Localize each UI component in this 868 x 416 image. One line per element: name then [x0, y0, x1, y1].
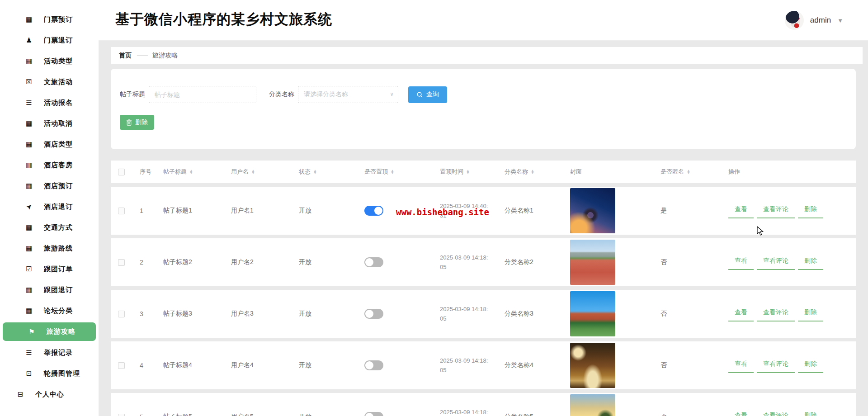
chevron-down-icon: ∨ — [390, 91, 394, 97]
sort-icon[interactable]: ▲▼ — [189, 170, 193, 174]
sidebar-item-label: 轮播图管理 — [44, 369, 80, 378]
sidebar-item-grid[interactable]: ▦活动取消 — [0, 113, 99, 134]
avatar[interactable] — [785, 11, 804, 30]
post-title: 帖子标题1 — [156, 207, 224, 215]
cover-image[interactable] — [570, 394, 615, 416]
delete-button[interactable]: 删除 — [120, 115, 154, 130]
sort-icon[interactable]: ▲▼ — [531, 170, 534, 174]
pinned-toggle[interactable] — [364, 309, 383, 319]
row-index: 1 — [132, 207, 156, 214]
breadcrumb-home-link[interactable]: 首页 — [119, 52, 132, 60]
actions-cell: 查看查看评论删除 — [721, 358, 856, 373]
query-button[interactable]: 查询 — [408, 86, 447, 103]
row-checkbox[interactable] — [118, 259, 125, 266]
sidebar-item-list[interactable]: ☰活动报名 — [0, 92, 99, 113]
view-comments-button[interactable]: 查看评论 — [757, 307, 795, 321]
sidebar-item-grid[interactable]: ▦论坛分类 — [0, 300, 99, 321]
post-title-input[interactable] — [149, 86, 256, 103]
status: 开放 — [292, 361, 357, 369]
cover-image[interactable] — [570, 240, 615, 285]
pin-time-line1: 2025-03-09 14:18: — [440, 407, 497, 416]
sort-icon[interactable]: ▲▼ — [687, 170, 690, 174]
grid-icon: ▦ — [25, 244, 33, 252]
username-label: admin — [810, 16, 831, 25]
sidebar-item-monitor[interactable]: ⊡轮播图管理 — [0, 363, 99, 384]
pin-time-line1: 2025-03-09 14:18: — [440, 356, 497, 365]
pin-time-line1: 2025-03-09 14:18: — [440, 253, 497, 262]
sidebar-item-label: 旅游路线 — [44, 244, 73, 253]
view-button[interactable]: 查看 — [728, 203, 754, 218]
grid-icon: ▦ — [25, 140, 33, 148]
row-checkbox-cell — [111, 311, 132, 317]
column-header-label: 是否置顶 — [364, 168, 388, 176]
sidebar-item-id-card[interactable]: ⊟个人中心 — [0, 384, 99, 405]
row-checkbox[interactable] — [118, 208, 125, 214]
pinned-toggle[interactable] — [364, 257, 383, 267]
delete-row-button[interactable]: 删除 — [798, 203, 823, 218]
delete-row-button[interactable]: 删除 — [798, 358, 823, 373]
select-all-checkbox[interactable] — [118, 169, 125, 175]
view-comments-button[interactable]: 查看评论 — [757, 255, 795, 270]
grid-icon: ▦ — [25, 57, 33, 65]
cover-cell — [563, 188, 653, 233]
sidebar-item-grid[interactable]: ▦门票预订 — [0, 9, 99, 30]
delete-row-button[interactable]: 删除 — [798, 307, 823, 321]
view-comments-button[interactable]: 查看评论 — [757, 358, 795, 373]
watermark: www.bishebang.site — [396, 207, 489, 217]
sidebar-item-label: 门票预订 — [44, 15, 73, 24]
sidebar-item-bed[interactable]: ▥酒店客房 — [0, 155, 99, 175]
sidebar-item-list[interactable]: ☰举报记录 — [0, 342, 99, 363]
query-button-label: 查询 — [426, 90, 439, 99]
row-checkbox-cell — [111, 362, 132, 369]
cover-image[interactable] — [570, 188, 615, 233]
delete-row-button[interactable]: 删除 — [798, 255, 823, 270]
view-button[interactable]: 查看 — [728, 307, 754, 321]
sidebar-item-grid[interactable]: ▦酒店预订 — [0, 175, 99, 196]
sidebar-item-grid[interactable]: ▦酒店类型 — [0, 134, 99, 155]
user-menu[interactable]: admin ▼ — [785, 8, 843, 33]
sidebar-item-user[interactable]: ♟门票退订 — [0, 30, 99, 51]
sort-icon[interactable]: ▲▼ — [313, 170, 317, 174]
anonymous-flag: 否 — [653, 310, 721, 318]
sidebar-item-flag-active[interactable]: ⚑旅游攻略 — [3, 322, 96, 341]
view-button[interactable]: 查看 — [728, 358, 754, 373]
row-checkbox[interactable] — [118, 362, 125, 369]
bed-icon: ▥ — [25, 161, 33, 169]
username: 用户名1 — [224, 207, 292, 215]
view-button[interactable]: 查看 — [728, 255, 754, 270]
cover-image[interactable] — [570, 291, 615, 336]
sort-icon[interactable]: ▲▼ — [251, 170, 255, 174]
row-checkbox[interactable] — [118, 414, 125, 416]
chevron-down-icon: ▼ — [837, 17, 843, 24]
pinned-toggle[interactable] — [364, 412, 383, 416]
delete-row-button[interactable]: 删除 — [798, 410, 823, 416]
view-comments-button[interactable]: 查看评论 — [757, 410, 795, 416]
anonymous-flag: 否 — [653, 413, 721, 416]
pinned-toggle[interactable] — [364, 360, 383, 370]
sort-icon[interactable]: ▲▼ — [466, 170, 470, 174]
post-title: 帖子标题3 — [156, 310, 224, 318]
column-header-序号: 序号 — [132, 168, 156, 176]
column-header-checkbox — [111, 169, 132, 175]
view-comments-button[interactable]: 查看评论 — [757, 203, 795, 218]
sidebar-item-grid[interactable]: ▦交通方式 — [0, 217, 99, 238]
sidebar-item-label: 酒店预订 — [44, 182, 73, 190]
row-checkbox-cell — [111, 414, 132, 416]
sort-icon[interactable]: ▲▼ — [391, 170, 394, 174]
sidebar-item-clipboard-check[interactable]: ☑跟团订单 — [0, 259, 99, 279]
column-header-label: 分类名称 — [505, 168, 528, 176]
column-header-label: 序号 — [140, 168, 151, 176]
view-button[interactable]: 查看 — [728, 410, 754, 416]
sidebar-item-grid[interactable]: ▦活动类型 — [0, 51, 99, 71]
pin-time: 2025-03-09 14:18:05 — [433, 304, 497, 323]
sidebar-item-grid[interactable]: ▦跟团退订 — [0, 279, 99, 300]
sidebar-item-clipboard-x[interactable]: ☒文旅活动 — [0, 71, 99, 92]
monitor-icon: ⊡ — [25, 369, 33, 378]
cover-image[interactable] — [570, 343, 615, 388]
pinned-toggle[interactable] — [364, 206, 383, 216]
sidebar-item-label: 酒店退订 — [44, 203, 73, 211]
category-select[interactable]: 请选择分类名称 — [298, 86, 398, 103]
sidebar-item-send[interactable]: ➤酒店退订 — [0, 196, 99, 217]
sidebar-item-grid[interactable]: ▦旅游路线 — [0, 238, 99, 259]
row-checkbox[interactable] — [118, 311, 125, 317]
